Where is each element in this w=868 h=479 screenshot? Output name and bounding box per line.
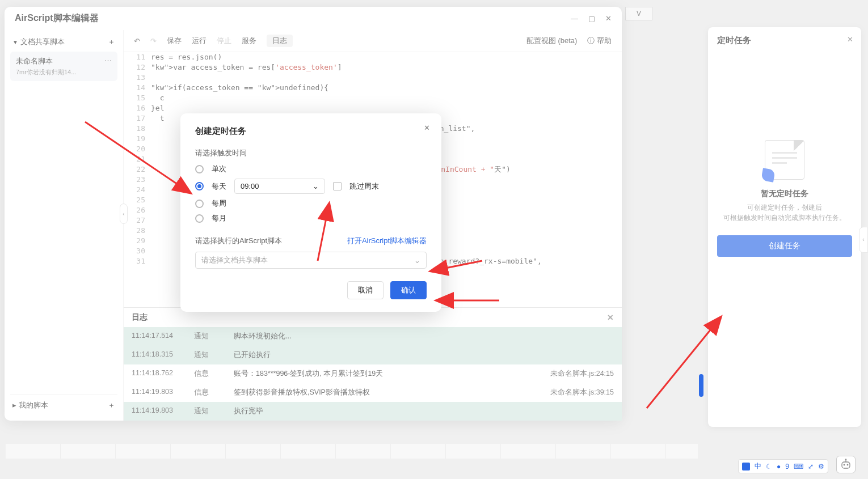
expand-icon[interactable]: ⤢ [808, 463, 814, 470]
ime-status-bar[interactable]: 中 ☾ ● 9 ⌨ ⤢ ⚙ [738, 459, 828, 473]
settings-icon[interactable]: ⚙ [818, 463, 824, 470]
chevron-down-icon: ⌄ [313, 182, 319, 190]
option-monthly[interactable]: 每月 [195, 213, 427, 223]
confirm-button[interactable]: 确认 [390, 281, 427, 299]
option-daily[interactable]: 每天 09:00⌄ 跳过周末 [195, 179, 427, 194]
ime-logo-icon [742, 463, 750, 470]
moon-icon: ☾ [766, 463, 772, 470]
radio-icon[interactable] [195, 165, 204, 173]
trigger-label: 请选择触发时间 [195, 148, 427, 158]
svg-point-7 [847, 464, 849, 465]
create-task-modal: 创建定时任务 ✕ 请选择触发时间 单次 每天 09:00⌄ 跳过周末 每周 每月… [180, 113, 441, 312]
close-icon[interactable]: ✕ [424, 124, 430, 132]
svg-rect-5 [842, 462, 850, 468]
svg-point-9 [845, 459, 846, 460]
scroll-thumb[interactable] [699, 374, 703, 397]
radio-icon[interactable] [195, 182, 204, 190]
modal-title: 创建定时任务 [195, 126, 427, 137]
script-select[interactable]: 请选择文档共享脚本⌄ [195, 252, 427, 269]
assistant-robot-icon[interactable] [836, 456, 856, 473]
chevron-down-icon: ⌄ [414, 256, 420, 265]
radio-icon[interactable] [195, 200, 204, 208]
option-once[interactable]: 单次 [195, 164, 427, 174]
script-label: 请选择执行的AirScript脚本 [195, 236, 282, 246]
skip-weekend-checkbox[interactable] [333, 182, 342, 190]
svg-point-6 [844, 464, 845, 465]
option-weekly[interactable]: 每周 [195, 198, 427, 209]
cancel-button[interactable]: 取消 [347, 281, 384, 299]
keyboard-icon: ⌨ [794, 463, 803, 470]
time-select[interactable]: 09:00⌄ [234, 179, 325, 194]
open-editor-link[interactable]: 打开AirScript脚本编辑器 [347, 236, 427, 246]
radio-icon[interactable] [195, 214, 204, 223]
